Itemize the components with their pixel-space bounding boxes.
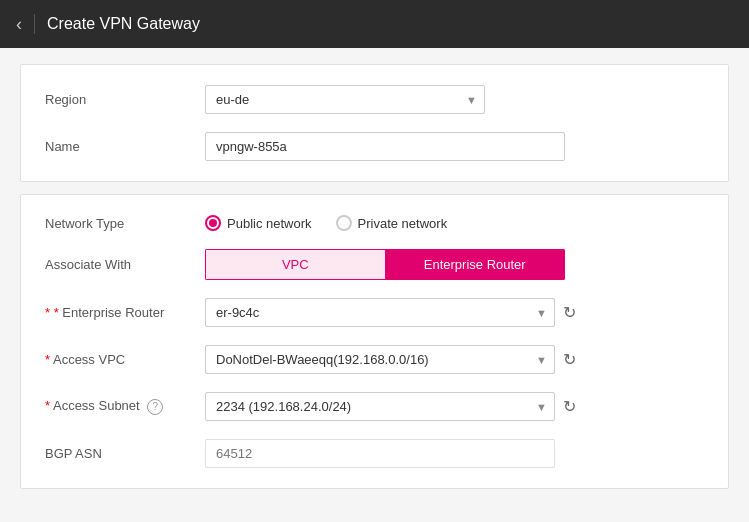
public-network-label: Public network xyxy=(227,216,312,231)
enterprise-router-select-row: er-9c4c ▼ ↻ xyxy=(205,298,704,327)
access-vpc-refresh-icon[interactable]: ↻ xyxy=(563,350,576,369)
region-select[interactable]: eu-de us-east ap-southeast xyxy=(205,85,485,114)
enterprise-router-select-wrapper: er-9c4c ▼ xyxy=(205,298,555,327)
enterprise-router-control: er-9c4c ▼ ↻ xyxy=(205,298,704,327)
private-network-label: Private network xyxy=(358,216,448,231)
access-subnet-row: * Access Subnet ? 2234 (192.168.24.0/24)… xyxy=(45,392,704,421)
region-row: Region eu-de us-east ap-southeast ▼ xyxy=(45,85,704,114)
page-title: Create VPN Gateway xyxy=(47,15,200,33)
name-input[interactable] xyxy=(205,132,565,161)
access-subnet-help-icon[interactable]: ? xyxy=(147,399,163,415)
header-divider xyxy=(34,14,35,34)
enterprise-router-label: * Enterprise Router xyxy=(45,305,205,320)
associate-with-row: Associate With VPC Enterprise Router xyxy=(45,249,704,280)
bgp-asn-input[interactable] xyxy=(205,439,555,468)
access-subnet-select-wrapper: 2234 (192.168.24.0/24) ▼ xyxy=(205,392,555,421)
content: Region eu-de us-east ap-southeast ▼ Name xyxy=(0,48,749,505)
region-control: eu-de us-east ap-southeast ▼ xyxy=(205,85,704,114)
enterprise-router-select[interactable]: er-9c4c xyxy=(205,298,555,327)
enterprise-router-row: * Enterprise Router er-9c4c ▼ ↻ xyxy=(45,298,704,327)
name-control xyxy=(205,132,704,161)
name-row: Name xyxy=(45,132,704,161)
name-label: Name xyxy=(45,139,205,154)
network-type-row: Network Type Public network Private netw… xyxy=(45,215,704,231)
back-button[interactable]: ‹ xyxy=(16,14,22,35)
required-star-subnet: * xyxy=(45,398,53,413)
access-vpc-control: DoNotDel-BWaeeqq(192.168.0.0/16) ▼ ↻ xyxy=(205,345,704,374)
associate-with-control: VPC Enterprise Router xyxy=(205,249,704,280)
enterprise-router-button[interactable]: Enterprise Router xyxy=(385,249,566,280)
access-vpc-select[interactable]: DoNotDel-BWaeeqq(192.168.0.0/16) xyxy=(205,345,555,374)
region-label: Region xyxy=(45,92,205,107)
private-network-option[interactable]: Private network xyxy=(336,215,448,231)
header: ‹ Create VPN Gateway xyxy=(0,0,749,48)
access-vpc-row: * Access VPC DoNotDel-BWaeeqq(192.168.0.… xyxy=(45,345,704,374)
access-vpc-select-wrapper: DoNotDel-BWaeeqq(192.168.0.0/16) ▼ xyxy=(205,345,555,374)
network-type-radio-group: Public network Private network xyxy=(205,215,704,231)
associate-buttons-group: VPC Enterprise Router xyxy=(205,249,565,280)
bgp-asn-row: BGP ASN xyxy=(45,439,704,468)
network-settings-card: Network Type Public network Private netw… xyxy=(20,194,729,489)
public-network-option[interactable]: Public network xyxy=(205,215,312,231)
access-subnet-refresh-icon[interactable]: ↻ xyxy=(563,397,576,416)
access-vpc-select-row: DoNotDel-BWaeeqq(192.168.0.0/16) ▼ ↻ xyxy=(205,345,704,374)
region-select-wrapper: eu-de us-east ap-southeast ▼ xyxy=(205,85,485,114)
access-subnet-select[interactable]: 2234 (192.168.24.0/24) xyxy=(205,392,555,421)
vpc-button[interactable]: VPC xyxy=(205,249,385,280)
basic-info-card: Region eu-de us-east ap-southeast ▼ Name xyxy=(20,64,729,182)
enterprise-router-refresh-icon[interactable]: ↻ xyxy=(563,303,576,322)
bgp-asn-control xyxy=(205,439,704,468)
access-subnet-select-row: 2234 (192.168.24.0/24) ▼ ↻ xyxy=(205,392,704,421)
bgp-asn-label: BGP ASN xyxy=(45,446,205,461)
access-subnet-label: * Access Subnet ? xyxy=(45,398,205,415)
associate-with-label: Associate With xyxy=(45,257,205,272)
public-network-radio[interactable] xyxy=(205,215,221,231)
required-star-vpc: * xyxy=(45,352,53,367)
network-type-control: Public network Private network xyxy=(205,215,704,231)
network-type-label: Network Type xyxy=(45,216,205,231)
access-subnet-control: 2234 (192.168.24.0/24) ▼ ↻ xyxy=(205,392,704,421)
access-vpc-label: * Access VPC xyxy=(45,352,205,367)
private-network-radio[interactable] xyxy=(336,215,352,231)
